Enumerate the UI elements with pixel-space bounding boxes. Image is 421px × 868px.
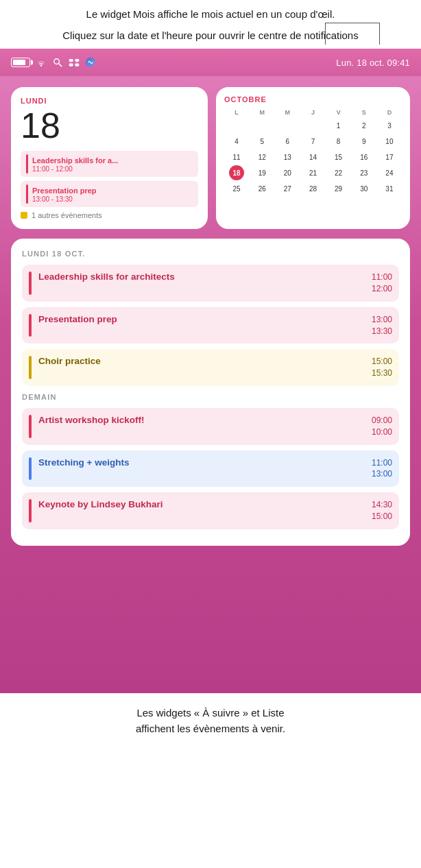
cal-day-13[interactable]: 13 — [280, 149, 295, 165]
cal-day-12[interactable]: 12 — [254, 149, 269, 165]
list-event-time-artist: 09:00 10:00 — [372, 415, 392, 438]
list-event-artist[interactable]: Artist workshop kickoff! 09:00 10:00 — [22, 408, 399, 445]
cal-header-m2: M — [275, 108, 300, 117]
cal-day-6[interactable]: 6 — [280, 134, 295, 149]
svg-rect-5 — [75, 63, 79, 66]
cal-day-31[interactable]: 31 — [382, 181, 397, 196]
cal-day-16[interactable]: 16 — [357, 149, 372, 165]
event-time-2: 13:00 - 13:30 — [32, 195, 97, 203]
cal-day-26[interactable]: 26 — [254, 181, 269, 196]
list-event-title-leadership: Leadership skills for architects — [38, 272, 365, 282]
cal-day-22[interactable]: 22 — [331, 165, 346, 180]
bottom-annotation: Les widgets « À suivre » et Listeaffiche… — [0, 693, 421, 743]
cal-empty-2 — [254, 118, 269, 133]
list-event-keynote[interactable]: Keynote by Lindsey Bukhari 14:30 15:00 — [22, 492, 399, 529]
cal-header-m1: M — [250, 108, 274, 117]
event-bar-2 — [26, 184, 28, 204]
cal-day-4[interactable]: 4 — [229, 134, 244, 149]
status-left-icons — [11, 57, 96, 68]
list-event-time-stretching: 11:00 13:00 — [372, 457, 392, 481]
top-widget-row: LUNDI 18 Leadership skills for a... 11:0… — [11, 87, 410, 229]
cal-day-11[interactable]: 11 — [229, 149, 244, 165]
list-event-presentation[interactable]: Presentation prep 13:00 13:30 — [22, 307, 399, 344]
list-event-bar-keynote — [29, 499, 32, 522]
svg-rect-2 — [69, 59, 73, 62]
cal-day-10[interactable]: 10 — [382, 134, 397, 149]
list-widget[interactable]: LUNDI 18 OCT. Leadership skills for arch… — [11, 239, 410, 546]
svg-rect-3 — [75, 59, 79, 62]
list-event-bar-leadership — [29, 272, 32, 295]
cal-empty-1 — [229, 118, 244, 133]
cal-day-27[interactable]: 27 — [280, 181, 295, 196]
cal-day-30[interactable]: 30 — [357, 181, 372, 196]
cal-day-24[interactable]: 24 — [382, 165, 397, 180]
list-event-title-keynote: Keynote by Lindsey Bukhari — [38, 499, 365, 509]
other-events[interactable]: 1 autres évènements — [21, 211, 198, 219]
list-event-bar-stretching — [29, 457, 32, 481]
cal-day-18-today[interactable]: 18 — [229, 165, 244, 180]
list-event-content-leadership: Leadership skills for architects — [38, 272, 365, 295]
list-event-leadership[interactable]: Leadership skills for architects 11:00 1… — [22, 265, 399, 302]
list-event-bar-presentation — [29, 314, 32, 337]
cal-day-23[interactable]: 23 — [357, 165, 372, 180]
bracket-indicator — [325, 23, 380, 45]
top-annotation: Le widget Mois affiche le mois actuel en… — [0, 0, 421, 23]
list-event-time-leadership: 11:00 12:00 — [372, 272, 392, 295]
list-event-content-presentation: Presentation prep — [38, 314, 365, 337]
other-dot-icon — [21, 212, 27, 219]
date-event-2[interactable]: Presentation prep 13:00 - 13:30 — [21, 181, 198, 207]
list-event-time-presentation: 13:00 13:30 — [372, 314, 392, 337]
list-event-title-artist: Artist workshop kickoff! — [38, 415, 365, 425]
cal-day-25[interactable]: 25 — [229, 181, 244, 196]
list-event-time-choir: 15:00 15:30 — [372, 356, 392, 379]
cal-day-1[interactable]: 1 — [331, 118, 346, 133]
day-label: LUNDI — [21, 97, 198, 105]
cal-day-29[interactable]: 29 — [331, 181, 346, 196]
date-widget[interactable]: LUNDI 18 Leadership skills for a... 11:0… — [11, 87, 208, 229]
list-event-title-presentation: Presentation prep — [38, 314, 365, 324]
cal-day-9[interactable]: 9 — [357, 134, 372, 149]
cal-day-15[interactable]: 15 — [331, 149, 346, 165]
control-center-icon[interactable] — [69, 57, 80, 68]
cal-day-14[interactable]: 14 — [305, 149, 320, 165]
list-event-choir[interactable]: Choir practice 15:00 15:30 — [22, 349, 399, 386]
cal-header-s: S — [352, 108, 376, 117]
cal-day-7[interactable]: 7 — [305, 134, 320, 149]
list-event-content-keynote: Keynote by Lindsey Bukhari — [38, 499, 365, 522]
today-section-label: LUNDI 18 OCT. — [22, 250, 399, 258]
cal-day-20[interactable]: 20 — [280, 165, 295, 180]
cal-day-17[interactable]: 17 — [382, 149, 397, 165]
cal-header-d: D — [377, 108, 402, 117]
status-datetime[interactable]: Lun. 18 oct. 09:41 — [336, 58, 410, 68]
date-event-1[interactable]: Leadership skills for a... 11:00 - 12:00 — [21, 151, 198, 177]
siri-icon[interactable] — [85, 57, 96, 68]
tomorrow-section: DEMAIN Artist workshop kickoff! 09:00 10… — [22, 393, 399, 529]
event-title-1: Leadership skills for a... — [32, 156, 118, 165]
list-event-stretching[interactable]: Stretching + weights 11:00 13:00 — [22, 450, 399, 487]
event-bar-1 — [26, 154, 28, 173]
list-event-bar-choir — [29, 356, 32, 379]
cal-day-21[interactable]: 21 — [305, 165, 320, 180]
cal-header-j: J — [300, 108, 325, 117]
tomorrow-section-label: DEMAIN — [22, 393, 399, 401]
cal-day-3[interactable]: 3 — [382, 118, 397, 133]
cal-day-8[interactable]: 8 — [331, 134, 346, 149]
list-event-title-choir: Choir practice — [38, 356, 365, 366]
cal-day-5[interactable]: 5 — [254, 134, 269, 149]
other-events-text: 1 autres évènements — [32, 211, 102, 219]
cal-empty-4 — [305, 118, 320, 133]
cal-day-28[interactable]: 28 — [305, 181, 320, 196]
battery-icon — [11, 58, 30, 67]
second-annotation: Cliquez sur la date et l'heure pour ouvr… — [0, 23, 421, 44]
list-event-title-stretching: Stretching + weights — [38, 457, 365, 468]
cal-empty-3 — [280, 118, 295, 133]
cal-day-19[interactable]: 19 — [254, 165, 269, 180]
search-icon — [52, 57, 63, 68]
calendar-month: OCTOBRE — [224, 95, 402, 104]
list-event-content-choir: Choir practice — [38, 356, 365, 379]
list-event-content-artist: Artist workshop kickoff! — [38, 415, 365, 438]
status-bar: Lun. 18 oct. 09:41 — [0, 49, 421, 76]
cal-day-2[interactable]: 2 — [357, 118, 372, 133]
calendar-widget[interactable]: OCTOBRE L M M J V S D 1 2 3 4 5 — [216, 87, 410, 229]
list-event-bar-artist — [29, 415, 32, 438]
